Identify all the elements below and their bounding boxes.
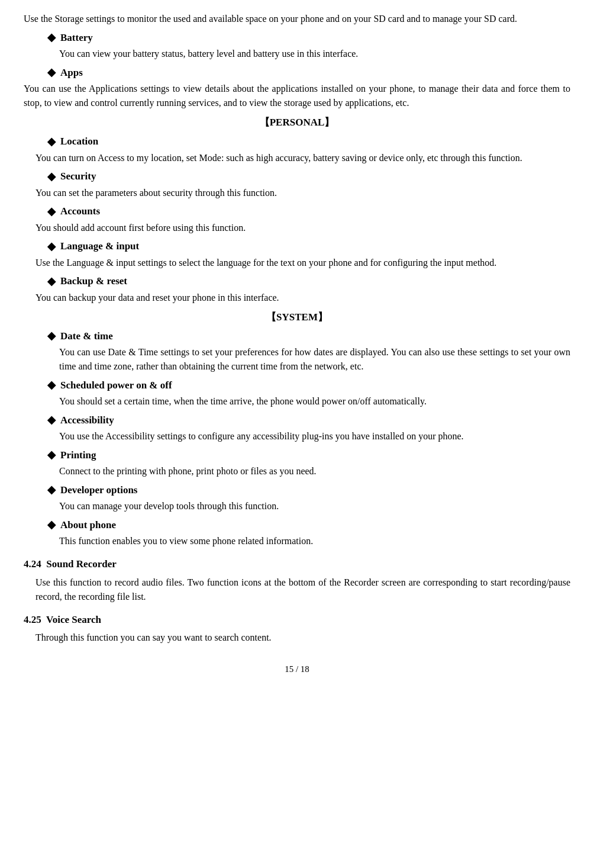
location-body: You can turn on Access to my location, s… — [35, 151, 570, 165]
language-input-header: ◆ Language & input — [47, 239, 570, 255]
date-time-label: Date & time — [60, 329, 113, 344]
date-time-header: ◆ Date & time — [47, 328, 570, 344]
security-header: ◆ Security — [47, 169, 570, 185]
accounts-diamond: ◆ — [47, 204, 56, 220]
accessibility-label: Accessibility — [60, 413, 114, 428]
chapter-4-24-number: 4.24 — [24, 558, 41, 570]
accessibility-diamond: ◆ — [47, 412, 56, 428]
date-time-diamond: ◆ — [47, 328, 56, 344]
developer-options-label: Developer options — [60, 483, 138, 498]
apps-body: You can use the Applications settings to… — [24, 82, 570, 110]
developer-options-header: ◆ Developer options — [47, 482, 570, 498]
printing-body: Connect to the printing with phone, prin… — [59, 464, 570, 478]
developer-diamond: ◆ — [47, 482, 56, 498]
printing-header: ◆ Printing — [47, 447, 570, 463]
page-number: 15 / 18 — [24, 663, 570, 676]
battery-body: You can view your battery status, batter… — [59, 47, 570, 61]
language-input-label: Language & input — [60, 239, 139, 254]
accessibility-header: ◆ Accessibility — [47, 412, 570, 428]
about-phone-diamond: ◆ — [47, 517, 56, 533]
location-diamond: ◆ — [47, 134, 56, 150]
chapter-4-25-header: 4.25 Voice Search — [24, 612, 570, 628]
system-header: 【SYSTEM】 — [24, 310, 570, 325]
battery-diamond: ◆ — [47, 30, 56, 46]
personal-header: 【PERSONAL】 — [24, 115, 570, 130]
chapter-4-25-number: 4.25 — [24, 614, 41, 625]
chapter-4-25-title: Voice Search — [46, 614, 101, 625]
accessibility-body: You use the Accessibility settings to co… — [59, 429, 570, 443]
backup-reset-header: ◆ Backup & reset — [47, 274, 570, 290]
intro-text: Use the Storage settings to monitor the … — [24, 12, 570, 26]
developer-options-body: You can manage your develop tools throug… — [59, 499, 570, 513]
language-input-body: Use the Language & input settings to sel… — [35, 256, 570, 270]
battery-header: ◆ Battery — [47, 30, 570, 46]
security-body: You can set the parameters about securit… — [35, 186, 570, 200]
battery-label: Battery — [60, 30, 93, 46]
scheduled-power-body: You should set a certain time, when the … — [59, 394, 570, 409]
backup-diamond: ◆ — [47, 274, 56, 290]
scheduled-power-label: Scheduled power on & off — [60, 378, 172, 393]
location-header: ◆ Location — [47, 134, 570, 150]
date-time-body: You can use Date & Time settings to set … — [59, 345, 570, 374]
chapter-4-24-title: Sound Recorder — [46, 558, 117, 570]
scheduled-power-header: ◆ Scheduled power on & off — [47, 377, 570, 393]
chapter-4-24-header: 4.24 Sound Recorder — [24, 557, 570, 572]
about-phone-label: About phone — [60, 517, 116, 533]
backup-reset-label: Backup & reset — [60, 274, 127, 289]
accounts-body: You should add account first before usin… — [35, 221, 570, 235]
apps-diamond: ◆ — [47, 65, 56, 81]
backup-reset-body: You can backup your data and reset your … — [35, 291, 570, 305]
accounts-label: Accounts — [60, 204, 100, 219]
about-phone-body: This function enables you to view some p… — [59, 534, 570, 548]
printing-label: Printing — [60, 448, 96, 463]
chapter-4-24-body: Use this function to record audio files.… — [35, 576, 570, 604]
scheduled-power-diamond: ◆ — [47, 377, 56, 393]
about-phone-header: ◆ About phone — [47, 517, 570, 533]
apps-label: Apps — [60, 65, 83, 81]
apps-header: ◆ Apps — [47, 65, 570, 81]
security-diamond: ◆ — [47, 169, 56, 185]
security-label: Security — [60, 169, 96, 184]
language-diamond: ◆ — [47, 239, 56, 255]
accounts-header: ◆ Accounts — [47, 204, 570, 220]
printing-diamond: ◆ — [47, 447, 56, 463]
location-label: Location — [60, 134, 98, 149]
chapter-4-25-body: Through this function you can say you wa… — [35, 631, 570, 645]
